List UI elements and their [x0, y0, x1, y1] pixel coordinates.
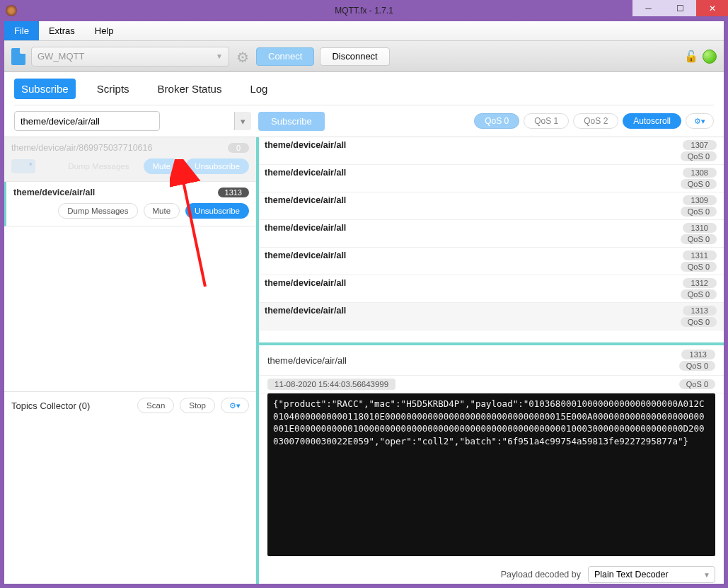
subscription-color-select[interactable] [11, 159, 35, 173]
menu-help[interactable]: Help [85, 21, 124, 40]
detail-timestamp: 11-08-2020 15:44:03.56643999 [267, 379, 395, 390]
detail-footer: Payload decoded by Plain Text Decoder ▼ [259, 562, 724, 584]
detail-id-badge: 1313 [681, 350, 715, 359]
topics-collector-title: Topics Collector (0) [11, 400, 90, 411]
tab-subscribe[interactable]: Subscribe [14, 79, 76, 99]
message-list[interactable]: theme/device/air/all1307QoS 0 theme/devi… [259, 137, 724, 342]
options-button[interactable]: ⚙▾ [686, 113, 714, 129]
topics-collector-bar: Topics Collector (0) Scan Stop ⚙▾ [4, 391, 256, 419]
tab-log[interactable]: Log [243, 79, 275, 99]
subscribe-button[interactable]: Subscribe [258, 112, 325, 131]
subscription-item[interactable]: theme/device/air/all 1313 Dump Messages … [4, 182, 256, 226]
qos2-pill[interactable]: QoS 2 [573, 113, 618, 129]
message-id-badge: 1307 [683, 140, 717, 150]
dump-messages-button[interactable]: Dump Messages [58, 203, 137, 219]
menu-file[interactable]: File [4, 21, 39, 40]
maximize-button[interactable]: ☐ [664, 0, 696, 16]
message-qos-badge: QoS 0 [681, 234, 717, 244]
window-title: MQTT.fx - 1.7.1 [335, 6, 393, 16]
subscription-topic: theme/device/air/all [13, 188, 95, 197]
message-id-badge: 1312 [683, 278, 717, 288]
menu-bar: File Extras Help [4, 21, 724, 41]
profile-select[interactable]: GW_MQTT ▼ [31, 47, 229, 67]
message-id-badge: 1310 [683, 223, 717, 233]
stop-button[interactable]: Stop [180, 398, 215, 413]
chevron-down-icon: ▼ [703, 571, 710, 579]
chevron-down-icon: ▼ [216, 52, 223, 60]
scan-button[interactable]: Scan [137, 398, 174, 413]
disconnect-button[interactable]: Disconnect [320, 47, 389, 66]
detail-qos-badge-2: QoS 0 [679, 379, 715, 389]
decoder-select[interactable]: Plain Text Decoder ▼ [588, 566, 715, 583]
lock-open-icon: 🔓 [684, 50, 698, 63]
qos1-pill[interactable]: QoS 1 [524, 113, 569, 129]
message-id-badge: 1308 [683, 168, 717, 178]
message-id-badge: 1313 [683, 306, 717, 316]
mute-button[interactable]: Mute [144, 158, 180, 174]
topic-input[interactable] [14, 111, 160, 131]
detail-header: theme/device/air/all 1313QoS 0 [259, 342, 724, 376]
qos0-pill[interactable]: QoS 0 [474, 113, 519, 129]
subscribe-toolbar: ▾ Subscribe QoS 0 QoS 1 QoS 2 Autoscroll… [4, 105, 724, 137]
connection-status-indicator [703, 50, 717, 64]
unsubscribe-button[interactable]: Unsubscribe [185, 203, 249, 219]
gear-icon[interactable]: ⚙ [235, 49, 250, 64]
tab-broker-status[interactable]: Broker Status [151, 79, 229, 99]
message-qos-badge: QoS 0 [681, 289, 717, 299]
message-qos-badge: QoS 0 [681, 151, 717, 161]
main-tabs: Subscribe Scripts Broker Status Log [4, 72, 724, 105]
minimize-button[interactable]: ─ [632, 0, 664, 16]
message-qos-badge: QoS 0 [681, 207, 717, 217]
subscription-count: 0 [228, 143, 249, 153]
unsubscribe-button[interactable]: Unsubscribe [185, 158, 249, 174]
message-row[interactable]: theme/device/air/all1311QoS 0 [259, 248, 724, 275]
message-row[interactable]: theme/device/air/all1307QoS 0 [259, 137, 724, 165]
detail-topic: theme/device/air/all [267, 355, 679, 366]
message-qos-badge: QoS 0 [681, 179, 717, 189]
subscription-item[interactable]: theme/device/air/869975037710616 0 Dump … [4, 137, 256, 182]
subscription-topic: theme/device/air/869975037710616 [11, 143, 152, 153]
close-button[interactable]: ✕ [696, 0, 728, 16]
connection-bar: GW_MQTT ▼ ⚙ Connect Disconnect 🔓 [4, 41, 724, 72]
message-row[interactable]: theme/device/air/all1310QoS 0 [259, 220, 724, 248]
mute-button[interactable]: Mute [144, 203, 180, 219]
message-qos-badge: QoS 0 [681, 317, 717, 327]
app-icon [6, 5, 17, 16]
message-row[interactable]: theme/device/air/all1308QoS 0 [259, 165, 724, 192]
message-row[interactable]: theme/device/air/all1312QoS 0 [259, 275, 724, 303]
message-id-badge: 1311 [683, 250, 717, 260]
tab-scripts[interactable]: Scripts [90, 79, 137, 99]
payload-view[interactable]: {"product":"RACC","mac":"H5D5KRBD4P","pa… [267, 393, 715, 556]
autoscroll-pill[interactable]: Autoscroll [623, 113, 681, 129]
topic-dropdown-button[interactable]: ▾ [234, 112, 251, 130]
profile-value: GW_MQTT [37, 51, 84, 62]
title-bar: MQTT.fx - 1.7.1 ─ ☐ ✕ [0, 0, 728, 21]
message-row[interactable]: theme/device/air/all1313QoS 0 [259, 303, 724, 330]
decoder-label: Payload decoded by [501, 570, 581, 580]
message-id-badge: 1309 [683, 195, 717, 205]
detail-subheader: 11-08-2020 15:44:03.56643999 QoS 0 [259, 376, 724, 393]
menu-extras[interactable]: Extras [39, 21, 85, 40]
subscriptions-panel: theme/device/air/869975037710616 0 Dump … [4, 137, 259, 584]
detail-qos-badge: QoS 0 [679, 361, 715, 371]
topics-collector-options-button[interactable]: ⚙▾ [221, 398, 249, 413]
message-row[interactable]: theme/device/air/all1309QoS 0 [259, 192, 724, 220]
profile-doc-icon [11, 48, 25, 65]
subscription-count: 1313 [218, 188, 249, 197]
message-qos-badge: QoS 0 [681, 262, 717, 272]
connect-button[interactable]: Connect [256, 47, 314, 66]
dump-messages-button[interactable]: Dump Messages [59, 158, 137, 174]
